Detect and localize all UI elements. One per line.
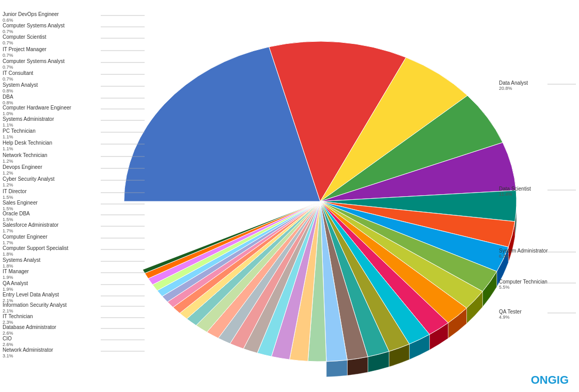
label-left-item: Database Administrator2.6%: [3, 324, 103, 336]
label-left-item: Computer Systems Analyst0.7%: [3, 58, 103, 70]
label-right-item: Data Scientist11.4%: [499, 186, 576, 197]
ongig-logo: ONGIG: [531, 373, 569, 387]
label-left-item: DBA0.8%: [3, 94, 103, 106]
label-left-item: QA Analyst1.9%: [3, 280, 103, 292]
label-left-item: Sales Engineer1.5%: [3, 200, 103, 212]
label-left-item: Information Security Analyst2.1%: [3, 302, 103, 314]
label-right-item: QA Tester4.9%: [499, 309, 576, 320]
label-right-item: Data Analyst20.8%: [499, 80, 576, 91]
label-right-item: Computer Technician5.5%: [499, 279, 576, 290]
label-left-item: Computer Scientist0.7%: [3, 34, 103, 46]
label-left-item: Cyber Security Analyst1.2%: [3, 176, 103, 188]
label-left-item: PC Technician1.1%: [3, 128, 103, 140]
label-left-item: Network Technician1.2%: [3, 152, 103, 164]
label-left-item: Computer Support Specialist1.8%: [3, 245, 103, 257]
label-left-item: Salesforce Administrator1.7%: [3, 222, 103, 234]
label-left-item: IT Director1.5%: [3, 189, 103, 200]
chart-container: ONGIG Junior DevOps Engineer0.6%Computer…: [0, 0, 579, 392]
label-left-item: Junior DevOps Engineer0.6%: [3, 11, 103, 23]
label-left-item: Systems Administrator1.1%: [3, 116, 103, 128]
label-left-item: Computer Engineer1.7%: [3, 234, 103, 246]
label-left-item: IT Consultant0.7%: [3, 70, 103, 82]
label-left-item: Oracle DBA1.5%: [3, 211, 103, 223]
label-right-item: System Administrator6.3%: [499, 248, 576, 259]
label-left-item: Help Desk Technician1.1%: [3, 140, 103, 152]
label-left-item: Systems Analyst1.8%: [3, 257, 103, 269]
label-left-item: System Analyst0.8%: [3, 82, 103, 94]
label-left-item: Devops Engineer1.2%: [3, 164, 103, 176]
label-left-item: CIO2.6%: [3, 336, 103, 348]
label-left-item: Computer Systems Analyst0.7%: [3, 23, 103, 35]
label-left-item: IT Manager1.9%: [3, 269, 103, 280]
label-left-item: Network Administrator3.1%: [3, 347, 103, 359]
label-left-item: IT Project Manager0.7%: [3, 46, 103, 58]
label-left-item: Computer Hardware Engineer1.0%: [3, 105, 103, 117]
label-left-item: IT Technician2.3%: [3, 313, 103, 325]
